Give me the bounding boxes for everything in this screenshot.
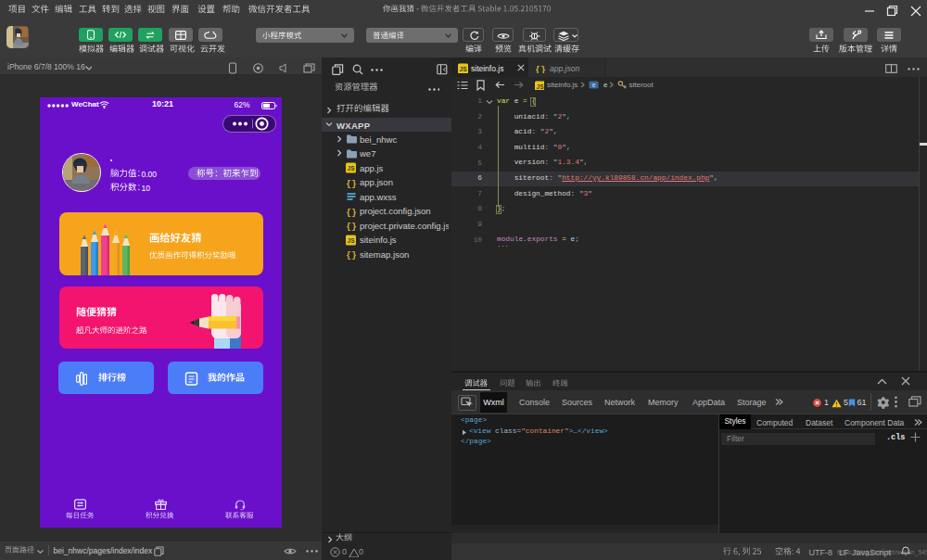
svg-text:JS: JS	[348, 236, 356, 243]
svg-text:{}: {}	[346, 207, 356, 217]
svg-text:{}: {}	[346, 250, 356, 261]
svg-text:e: e	[591, 82, 595, 89]
svg-text:{}: {}	[535, 65, 545, 74]
svg-text:{}: {}	[346, 178, 356, 188]
svg-text:JS: JS	[460, 66, 468, 72]
svg-text:{}: {}	[346, 222, 356, 232]
svg-text:JS: JS	[348, 165, 356, 172]
svg-text:JS: JS	[537, 83, 544, 89]
